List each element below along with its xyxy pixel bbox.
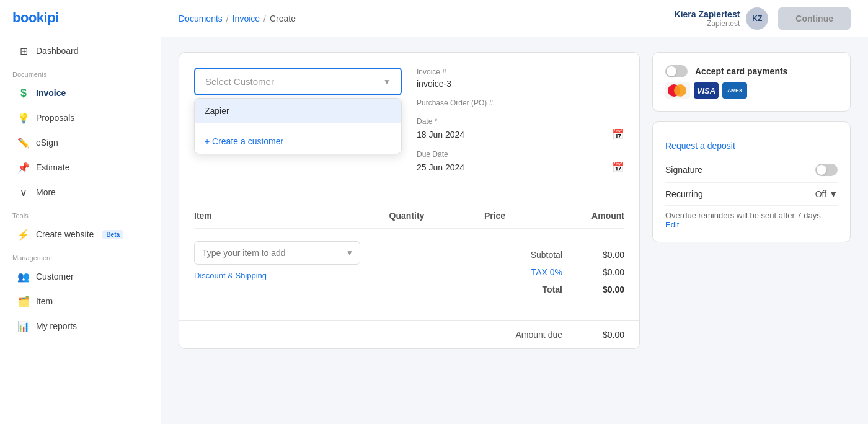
- topbar: Documents / Invoice / Create Kiera Zapie…: [161, 0, 868, 37]
- sidebar-item-dashboard-label: Dashboard: [36, 46, 79, 56]
- customer-icon: 👥: [17, 270, 30, 283]
- sidebar-item-more[interactable]: ∨ More: [5, 180, 156, 204]
- topbar-right: Kiera Zapiertest Zapiertest KZ Continue: [675, 7, 851, 30]
- date-label: Date *: [417, 117, 624, 126]
- request-deposit-link[interactable]: Request a deposit: [665, 141, 735, 151]
- signature-toggle-knob: [817, 165, 826, 175]
- user-name: Kiera Zapiertest: [675, 9, 740, 19]
- documents-section-label: Documents: [0, 63, 161, 81]
- amex-icon: AMEX: [722, 82, 747, 99]
- amount-due-value: $0.00: [587, 330, 624, 340]
- total-value: $0.00: [587, 285, 624, 294]
- subtotal-row: Subtotal $0.00: [453, 246, 624, 263]
- col-item: Item: [194, 211, 360, 221]
- visa-icon: VISA: [694, 82, 719, 99]
- signature-label: Signature: [665, 165, 702, 175]
- customer-select-wrapper: Select Customer ▼ Zapier + Create a cust…: [194, 68, 402, 95]
- content-area: Select Customer ▼ Zapier + Create a cust…: [161, 37, 868, 424]
- mastercard-icon: [665, 82, 690, 99]
- invoice-number-field: Invoice # invoice-3: [417, 68, 624, 89]
- breadcrumb-current: Create: [270, 14, 296, 24]
- sidebar-item-create-website[interactable]: ⚡ Create website Beta: [5, 223, 156, 246]
- recurring-chevron-icon: ▼: [829, 189, 838, 199]
- customer-select-chevron-icon: ▼: [383, 77, 391, 86]
- discount-shipping-link[interactable]: Discount & Shipping: [194, 271, 360, 280]
- sidebar-item-customer-label: Customer: [36, 272, 74, 281]
- main-area: Documents / Invoice / Create Kiera Zapie…: [161, 0, 868, 424]
- date-value: 18 Jun 2024: [417, 130, 464, 139]
- total-row: Total $0.00: [453, 281, 624, 298]
- signature-row: Signature: [665, 157, 838, 183]
- sidebar-item-estimate-label: Estimate: [36, 162, 69, 172]
- esign-icon: ✏️: [17, 136, 30, 149]
- amount-due-label: Amount due: [513, 330, 562, 340]
- item-icon: 🗂️: [17, 295, 30, 307]
- po-field: Purchase Order (PO) #: [417, 99, 624, 107]
- sidebar: bookipi ⊞ Dashboard Documents $ Invoice …: [0, 0, 161, 424]
- tax-label: TAX 0%: [513, 267, 562, 277]
- sidebar-item-estimate[interactable]: 📌 Estimate: [5, 156, 156, 179]
- request-deposit-row: Request a deposit: [665, 135, 838, 157]
- user-info: Kiera Zapiertest Zapiertest KZ: [675, 7, 769, 30]
- po-label: Purchase Order (PO) #: [417, 99, 624, 107]
- sidebar-item-my-reports-label: My reports: [36, 321, 77, 331]
- recurring-row: Recurring Off ▼: [665, 183, 838, 206]
- item-input-wrapper: ▼: [194, 241, 360, 265]
- breadcrumb-sep2: /: [264, 14, 266, 24]
- breadcrumb-invoice[interactable]: Invoice: [232, 14, 260, 24]
- accept-payments-toggle[interactable]: [665, 65, 688, 77]
- sidebar-item-proposals[interactable]: 💡 Proposals: [5, 106, 156, 130]
- recurring-value: Off: [815, 189, 826, 199]
- sidebar-item-customer[interactable]: 👥 Customer: [5, 265, 156, 288]
- recurring-label: Recurring: [665, 189, 703, 199]
- table-header: Item Quantity Price Amount: [194, 211, 624, 229]
- invoice-number-label: Invoice #: [417, 68, 624, 76]
- date-calendar-icon[interactable]: 📅: [612, 128, 624, 140]
- customer-dropdown-menu: Zapier + Create a customer: [194, 98, 402, 154]
- sidebar-item-my-reports[interactable]: 📊 My reports: [5, 314, 156, 338]
- totals-section: Subtotal $0.00 TAX 0% $0.00 Total $0.00: [453, 241, 624, 298]
- dropdown-item-zapier[interactable]: Zapier: [195, 99, 401, 123]
- due-date-value: 25 Jun 2024: [417, 162, 464, 172]
- due-date-calendar-icon[interactable]: 📅: [612, 161, 624, 173]
- invoice-top: Select Customer ▼ Zapier + Create a cust…: [179, 53, 639, 198]
- breadcrumb-documents[interactable]: Documents: [179, 14, 223, 24]
- col-quantity: Quantity: [365, 211, 448, 221]
- continue-button[interactable]: Continue: [778, 7, 851, 30]
- sidebar-item-dashboard[interactable]: ⊞ Dashboard: [5, 39, 156, 63]
- item-input-row: ▼ Discount & Shipping Subtotal $0.00 TAX…: [194, 236, 624, 303]
- toggle-knob: [666, 66, 676, 76]
- create-customer-option[interactable]: + Create a customer: [195, 129, 401, 154]
- user-text: Kiera Zapiertest Zapiertest: [675, 9, 740, 28]
- signature-toggle[interactable]: [815, 164, 838, 176]
- dashboard-icon: ⊞: [17, 45, 30, 57]
- sidebar-item-invoice[interactable]: $ Invoice: [5, 81, 156, 105]
- item-input-chevron-icon[interactable]: ▼: [340, 249, 360, 257]
- right-panel: Accept card payments VISA AMEX Req: [652, 52, 851, 242]
- my-reports-icon: 📊: [17, 320, 30, 332]
- payment-icons: VISA AMEX: [665, 82, 838, 99]
- date-field: Date * 18 Jun 2024 📅: [417, 117, 624, 140]
- app-logo: bookipi: [0, 10, 161, 38]
- management-section-label: Management: [0, 247, 161, 264]
- customer-select[interactable]: Select Customer ▼: [194, 68, 402, 95]
- recurring-select[interactable]: Off ▼: [815, 189, 838, 199]
- card-payment-row: Accept card payments: [665, 65, 838, 77]
- sidebar-item-esign-label: eSign: [36, 138, 58, 148]
- tax-link[interactable]: TAX 0%: [531, 267, 562, 277]
- sidebar-item-item-label: Item: [36, 296, 53, 306]
- invoice-number-value: invoice-3: [417, 79, 624, 89]
- sidebar-item-esign[interactable]: ✏️ eSign: [5, 131, 156, 154]
- edit-link[interactable]: Edit: [665, 220, 679, 229]
- breadcrumb-sep1: /: [226, 14, 229, 24]
- estimate-icon: 📌: [17, 161, 30, 174]
- tax-row: TAX 0% $0.00: [453, 263, 624, 281]
- breadcrumb: Documents / Invoice / Create: [179, 14, 296, 24]
- col-price: Price: [453, 211, 536, 221]
- tax-value: $0.00: [587, 267, 624, 277]
- sidebar-item-item[interactable]: 🗂️ Item: [5, 289, 156, 313]
- sidebar-item-more-label: More: [36, 187, 56, 197]
- sidebar-item-create-website-label: Create website: [36, 229, 94, 239]
- item-input[interactable]: [195, 242, 340, 264]
- total-label: Total: [513, 285, 562, 294]
